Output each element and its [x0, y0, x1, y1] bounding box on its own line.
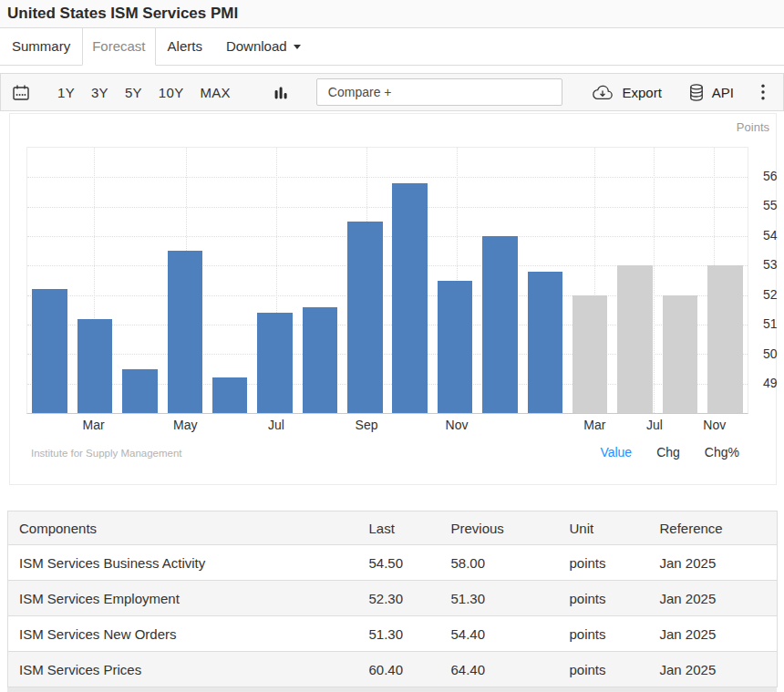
component-cell: Jan 2025 — [649, 545, 778, 581]
range-5y[interactable]: 5Y — [117, 85, 150, 100]
grid-line-horizontal — [27, 236, 748, 237]
tab-bar: Summary Forecast Alerts Download — [0, 28, 784, 66]
components-table-body: ISM Services Business Activity54.5058.00… — [8, 545, 778, 687]
x-tick-label: May — [173, 418, 197, 432]
export-cloud-download-icon — [592, 85, 614, 100]
chart-bar-actual[interactable] — [168, 251, 203, 413]
x-tick-label: Sep — [356, 418, 378, 432]
bar-chart-icon — [273, 85, 288, 100]
component-cell: 52.30 — [358, 581, 440, 616]
toolbar-right-group: Export API — [592, 84, 774, 101]
grid-line-vertical — [654, 148, 655, 413]
x-tick-label: Jul — [646, 418, 663, 432]
y-tick-label: 51 — [763, 316, 778, 331]
component-cell: 64.40 — [440, 652, 559, 687]
more-options-button[interactable] — [758, 84, 769, 100]
range-1y[interactable]: 1Y — [49, 85, 83, 100]
view-chg-pct[interactable]: Chg% — [705, 445, 739, 460]
table-row[interactable]: ISM Services New Orders51.3054.40pointsJ… — [8, 616, 778, 652]
chart-bar-actual[interactable] — [32, 289, 67, 413]
chart-bar-actual[interactable] — [438, 281, 473, 414]
component-cell: 58.00 — [440, 545, 559, 581]
api-button[interactable]: API — [689, 84, 734, 101]
grid-line-horizontal — [27, 207, 748, 208]
table-row[interactable]: ISM Services Business Activity54.5058.00… — [8, 545, 778, 581]
page-title: United States ISM Services PMI — [7, 5, 238, 23]
compare-input[interactable] — [316, 78, 562, 106]
col-unit: Unit — [559, 511, 649, 545]
y-axis-labels: 4950515253545556 — [763, 147, 784, 414]
x-tick-label: Mar — [583, 418, 605, 432]
api-label: API — [712, 85, 734, 100]
chart-bar-actual[interactable] — [482, 236, 518, 413]
x-tick-label: Nov — [703, 418, 726, 432]
component-name: ISM Services Prices — [8, 652, 358, 687]
source-attribution: Institute for Supply Management — [31, 448, 182, 459]
table-header-row: Components Last Previous Unit Reference — [8, 511, 778, 545]
tab-download[interactable]: Download — [214, 28, 313, 65]
kebab-menu-icon — [761, 84, 765, 100]
range-10y[interactable]: 10Y — [150, 85, 192, 100]
table-row[interactable]: ISM Services Employment52.3051.30pointsJ… — [8, 581, 778, 616]
component-cell: points — [559, 581, 649, 616]
col-previous: Previous — [440, 511, 559, 545]
view-value[interactable]: Value — [600, 445, 632, 460]
export-label: Export — [622, 85, 661, 100]
components-table: Components Last Previous Unit Reference … — [7, 511, 778, 687]
component-cell: Jan 2025 — [649, 581, 778, 616]
component-cell: points — [559, 616, 649, 652]
chart-bar-forecast[interactable] — [663, 295, 698, 413]
chart-bar-actual[interactable] — [528, 272, 563, 413]
chart-bar-actual[interactable] — [77, 319, 113, 413]
component-cell: 60.40 — [358, 652, 440, 687]
y-tick-label: 53 — [763, 257, 778, 272]
tab-download-label: Download — [226, 38, 287, 54]
component-cell: points — [559, 652, 649, 687]
caret-down-icon — [294, 45, 301, 49]
y-tick-label: 52 — [763, 287, 778, 302]
next-row-partial — [7, 687, 777, 692]
tab-forecast[interactable]: Forecast — [82, 28, 155, 66]
component-cell: Jan 2025 — [649, 652, 778, 687]
component-name: ISM Services Business Activity — [8, 545, 358, 581]
y-tick-label: 55 — [763, 198, 778, 212]
x-tick-label: Mar — [83, 418, 105, 432]
x-axis-labels: MarMayJulSepNovMarJulNov — [26, 418, 748, 436]
component-name: ISM Services Employment — [8, 581, 358, 616]
range-max[interactable]: MAX — [191, 85, 238, 100]
chart-bar-actual[interactable] — [392, 183, 428, 413]
col-reference: Reference — [649, 511, 778, 545]
tab-alerts[interactable]: Alerts — [156, 28, 214, 65]
view-chg[interactable]: Chg — [656, 445, 680, 460]
calendar-button[interactable] — [13, 85, 29, 100]
calendar-icon — [13, 85, 29, 100]
col-last: Last — [358, 511, 440, 545]
range-selector: 1Y 3Y 5Y 10Y MAX — [49, 85, 239, 100]
chart-bar-actual[interactable] — [212, 377, 248, 413]
y-axis-unit-label: Points — [737, 120, 769, 134]
y-tick-label: 49 — [763, 376, 778, 390]
component-cell: 51.30 — [440, 581, 559, 616]
x-tick-label: Jul — [268, 418, 284, 432]
chart-bar-actual[interactable] — [122, 369, 158, 414]
y-tick-label: 56 — [763, 169, 778, 183]
chart-bar-actual[interactable] — [257, 313, 293, 413]
chart-bar-forecast[interactable] — [617, 265, 653, 413]
chart-bar-forecast[interactable] — [707, 265, 743, 413]
chart-bar-forecast[interactable] — [573, 295, 608, 413]
chart-toolbar: 1Y 3Y 5Y 10Y MAX Export — [0, 73, 784, 111]
chart-bar-actual[interactable] — [347, 222, 383, 413]
tab-summary[interactable]: Summary — [0, 28, 82, 65]
page-header: United States ISM Services PMI — [0, 0, 784, 28]
table-row[interactable]: ISM Services Prices60.4064.40pointsJan 2… — [8, 652, 778, 687]
y-tick-label: 50 — [763, 346, 778, 361]
range-3y[interactable]: 3Y — [83, 85, 117, 100]
chart-type-button[interactable] — [273, 85, 288, 100]
grid-line-horizontal — [27, 177, 748, 178]
chart-bar-actual[interactable] — [303, 307, 338, 413]
x-tick-label: Nov — [446, 418, 469, 432]
plot-area — [26, 147, 748, 414]
export-button[interactable]: Export — [592, 85, 661, 100]
component-cell: 54.40 — [440, 616, 559, 652]
database-icon — [689, 84, 704, 101]
